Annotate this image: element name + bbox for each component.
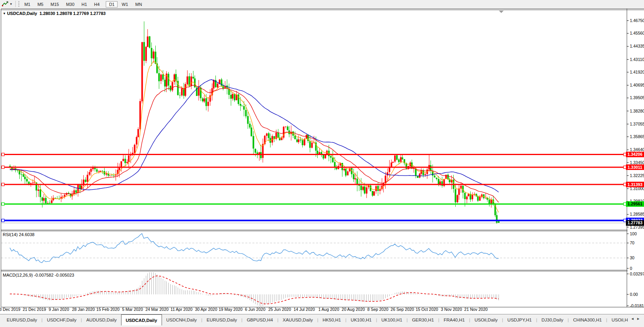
tab-uk100-h1[interactable]: UK100,H1	[346, 314, 376, 325]
svg-text:28 Jan 2020: 28 Jan 2020	[72, 307, 95, 312]
timeframe-button-D1[interactable]: D1	[106, 1, 118, 7]
svg-text:11 Apr 2020: 11 Apr 2020	[171, 307, 193, 312]
svg-text:1.33011: 1.33011	[627, 165, 642, 170]
chart-ohlc-values: 1.28030 1.28078 1.27769 1.27783	[39, 11, 105, 16]
svg-text:21 Nov 2020: 21 Nov 2020	[464, 307, 488, 312]
ma-fast-line	[10, 61, 499, 212]
tab-eurusd-daily[interactable]: EURUSD,Daily	[2, 314, 41, 325]
macd-pane: 0.0329720.00-0.018154	[10, 272, 644, 308]
svg-text:1.27783: 1.27783	[627, 220, 642, 225]
tab-usdjpy-h1[interactable]: USDJPY,H1	[503, 314, 536, 325]
chart-shift-marker-icon[interactable]	[499, 11, 504, 13]
tab-xauusd-daily[interactable]: XAUUSD,Daily	[278, 314, 317, 325]
price-axis[interactable]: 1.467501.455601.443351.431101.419201.406…	[626, 18, 644, 229]
svg-text:30 Apr 2020: 30 Apr 2020	[195, 307, 217, 312]
svg-text:1.43110: 1.43110	[630, 57, 644, 62]
svg-text:1.39505: 1.39505	[630, 95, 644, 100]
chart-type-dropdown-caret[interactable]: ▼	[9, 2, 13, 6]
rsi-pane: 10070300	[1, 231, 637, 271]
tab-audusd-daily[interactable]: AUDUSD,Daily	[82, 314, 121, 325]
timeframe-button-H1[interactable]: H1	[78, 1, 90, 7]
svg-text:1.35865: 1.35865	[630, 134, 644, 139]
timeframe-button-M5[interactable]: M5	[34, 1, 46, 7]
tab-scroll-arrows[interactable]: ◄►	[631, 317, 642, 321]
timeframe-button-M15[interactable]: M15	[47, 1, 62, 7]
svg-text:1.45560: 1.45560	[630, 31, 644, 35]
svg-text:1.33450: 1.33450	[630, 160, 644, 165]
svg-text:1.29561: 1.29561	[627, 201, 642, 206]
tab-hk50-h1[interactable]: HK50,H1	[318, 314, 346, 325]
svg-text:1.32225: 1.32225	[630, 173, 644, 178]
svg-text:70: 70	[630, 240, 635, 245]
svg-text:24 Mar 2020: 24 Mar 2020	[145, 307, 169, 312]
mt4-terminal: { "toolbar": { "chart_type_icon": "chart…	[0, 0, 644, 327]
tab-scroll-left-icon[interactable]: ◄	[631, 317, 637, 321]
svg-text:0.032972: 0.032972	[630, 272, 644, 276]
chart-window: 1.467501.455601.443351.431101.419201.406…	[0, 8, 644, 314]
svg-text:0: 0	[630, 266, 632, 271]
chart-title: ▼USDCAD,Daily 1.28030 1.28078 1.27769 1.…	[3, 11, 106, 16]
tab-china300-h1[interactable]: CHINA300,H1	[569, 314, 606, 325]
symbol-tab-bar: EURUSD,Daily|USDCHF,Daily|AUDUSD,DailyUS…	[0, 314, 644, 327]
svg-text:3 Nov 2020: 3 Nov 2020	[441, 307, 462, 312]
svg-text:25 Jun 2020: 25 Jun 2020	[268, 307, 291, 312]
tab-eurusd-daily[interactable]: EURUSD,Daily	[202, 314, 241, 325]
svg-text:1 Aug 2020: 1 Aug 2020	[318, 307, 339, 312]
svg-text:26 Sep 2020: 26 Sep 2020	[391, 307, 414, 312]
tab-usoil-h[interactable]: USOil,H	[607, 314, 628, 325]
timeframe-button-group: M1M5M15M30H1H4D1W1MN	[21, 0, 148, 7]
timeframe-button-W1[interactable]: W1	[118, 1, 131, 7]
timeframe-button-MN[interactable]: MN	[132, 1, 145, 7]
toolbar-grip-handle[interactable]	[18, 1, 19, 7]
tab-usoil-daily[interactable]: USOil,Daily	[470, 314, 502, 325]
svg-text:3 Dec 2019: 3 Dec 2019	[0, 307, 20, 312]
tab-usdchf-daily[interactable]: USDCHF,Daily	[42, 314, 81, 325]
tab-scroll-right-icon[interactable]: ►	[637, 317, 642, 321]
tab-uk100-h1[interactable]: UK100,H1	[377, 314, 407, 325]
svg-text:1.46750: 1.46750	[630, 18, 644, 23]
rsi-indicator-label: RSI(14) 24.6038	[3, 232, 35, 237]
rsi-line	[10, 234, 499, 263]
chart-type-icon[interactable]	[2, 1, 9, 7]
svg-text:15 Feb 2020: 15 Feb 2020	[96, 307, 120, 312]
tab-gbpusd-h4[interactable]: GBPUSD,H4	[243, 314, 277, 325]
svg-text:1.34206: 1.34206	[627, 152, 642, 157]
svg-text:5 Mar 2020: 5 Mar 2020	[122, 307, 143, 312]
tab-usdcnh-daily[interactable]: USDCNH,Daily	[162, 314, 201, 325]
symbol-tabs: EURUSD,Daily|USDCHF,Daily|AUDUSD,DailyUS…	[2, 314, 628, 325]
svg-text:-0.018154: -0.018154	[630, 303, 644, 308]
svg-text:1.28585: 1.28585	[630, 212, 644, 216]
toolbar-separator	[15, 1, 16, 7]
svg-text:1.34640: 1.34640	[630, 147, 644, 152]
svg-text:1.40695: 1.40695	[630, 83, 644, 87]
top-toolbar: ▼ M1M5M15M30H1H4D1W1MN	[0, 0, 644, 8]
tab-usdcad-daily[interactable]: USDCAD,Daily	[121, 314, 162, 325]
timeframe-button-M30[interactable]: M30	[63, 1, 77, 7]
chart-symbol-label: USDCAD,Daily	[7, 11, 37, 16]
svg-text:1.38280: 1.38280	[630, 109, 644, 113]
candles-layer	[9, 21, 500, 224]
moving-averages-layer	[10, 61, 499, 212]
timeframe-button-M1[interactable]: M1	[21, 1, 33, 7]
svg-text:6 Jun 2020: 6 Jun 2020	[245, 307, 265, 312]
chart-frame	[1, 9, 644, 307]
tab-fra40-h1[interactable]: FRA40,H1	[439, 314, 469, 325]
tab-ger30-h1[interactable]: GER30,H1	[408, 314, 438, 325]
svg-text:19 May 2020: 19 May 2020	[219, 307, 243, 312]
svg-text:1.31393: 1.31393	[627, 182, 642, 187]
svg-text:0.00: 0.00	[630, 292, 638, 297]
svg-text:8 Sep 2020: 8 Sep 2020	[367, 307, 388, 312]
svg-text:21 Dec 2019: 21 Dec 2019	[23, 307, 46, 312]
tab-dj30-daily[interactable]: DJ30,Daily	[537, 314, 568, 325]
chart-canvas[interactable]: 1.467501.455601.443351.431101.419201.406…	[0, 8, 644, 314]
svg-text:9 Jan 2020: 9 Jan 2020	[49, 307, 69, 312]
date-axis[interactable]: 3 Dec 201921 Dec 20199 Jan 202028 Jan 20…	[0, 307, 488, 312]
svg-text:1.41920: 1.41920	[630, 70, 644, 74]
svg-text:14 Jul 2020: 14 Jul 2020	[294, 307, 315, 312]
timeframe-button-H4[interactable]: H4	[91, 1, 103, 7]
collapse-triangle-icon[interactable]: ▼	[3, 12, 6, 15]
horizontal-level-lines[interactable]	[1, 153, 627, 222]
macd-signal-line	[10, 276, 499, 304]
macd-indicator-label: MACD(12,26,9) -0.007582 -0.005023	[3, 273, 74, 277]
svg-text:30: 30	[630, 255, 635, 260]
